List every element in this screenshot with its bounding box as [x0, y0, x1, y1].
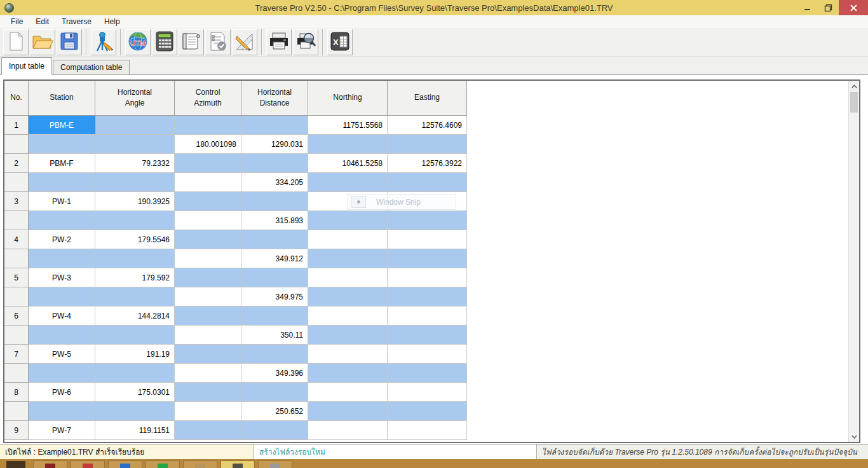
taskbar-app-6[interactable] — [220, 460, 255, 468]
cell-control-azimuth[interactable]: 180.001098 — [175, 135, 241, 154]
cell-horizontal-distance[interactable]: 349.975 — [241, 287, 308, 306]
cell-northing[interactable] — [308, 383, 388, 402]
cell-easting[interactable] — [388, 230, 467, 249]
menu-traverse[interactable]: Traverse — [55, 16, 98, 28]
leg-row: 350.11 — [4, 326, 859, 345]
cell-station[interactable]: PW-3 — [29, 268, 95, 287]
taskbar-app-7[interactable] — [258, 460, 292, 468]
new-file-button[interactable] — [3, 29, 29, 55]
cell-station[interactable]: PBM-F — [29, 154, 95, 173]
cell-horizontal-angle[interactable]: 191.19 — [95, 345, 175, 364]
print-button[interactable] — [266, 29, 292, 55]
taskbar-app-2[interactable] — [71, 460, 105, 468]
cell-northing[interactable]: 11751.5568 — [308, 116, 388, 135]
restore-button[interactable] — [818, 0, 839, 15]
minimize-button[interactable] — [797, 0, 818, 15]
cell-easting[interactable]: 12576.3922 — [388, 154, 467, 173]
cell-easting[interactable] — [388, 345, 467, 364]
theodolite-button[interactable] — [91, 29, 116, 55]
cell-station[interactable]: PW-7 — [29, 421, 95, 440]
cell-horizontal-distance[interactable]: 1290.031 — [241, 135, 308, 154]
cell-control-azimuth[interactable] — [175, 287, 241, 306]
start-button[interactable] — [6, 461, 25, 468]
cell-station — [29, 211, 95, 230]
checklist-button[interactable] — [205, 29, 231, 55]
cell-northing[interactable] — [308, 421, 388, 440]
cell-station[interactable]: PBM-E — [29, 116, 95, 135]
cell-station[interactable]: PW-2 — [29, 230, 95, 249]
header-control-azimuth: Control Azimuth — [175, 81, 241, 116]
taskbar-app-3[interactable] — [108, 460, 142, 468]
cell-easting[interactable]: 12576.4609 — [388, 116, 467, 135]
drafting-tools-button[interactable] — [232, 29, 257, 55]
cell-horizontal-distance[interactable]: 315.893 — [241, 211, 308, 230]
vertical-scrollbar[interactable] — [848, 81, 859, 442]
cell-horizontal-distance[interactable]: 350.11 — [241, 326, 308, 345]
cell-station[interactable]: PW-4 — [29, 306, 95, 326]
cell-easting[interactable] — [388, 421, 467, 440]
cell-control-azimuth[interactable] — [175, 364, 241, 383]
cell-horizontal-distance[interactable]: 349.396 — [241, 364, 308, 383]
calculator-button[interactable] — [152, 29, 177, 55]
cell-easting[interactable] — [388, 268, 467, 287]
cell-horizontal-distance — [241, 421, 308, 440]
save-file-button[interactable] — [57, 29, 82, 55]
cell-horizontal-angle[interactable]: 175.0301 — [95, 383, 175, 402]
taskbar-app-1[interactable] — [33, 460, 67, 468]
cell-station[interactable]: PW-6 — [29, 383, 95, 402]
scroll-down-icon[interactable] — [849, 431, 859, 442]
cell-northing[interactable] — [308, 268, 388, 287]
fieldbook-button[interactable] — [179, 29, 204, 55]
cell-station — [29, 326, 95, 345]
cell-horizontal-angle[interactable]: 144.2814 — [95, 306, 175, 326]
utm-globe-button[interactable]: UTM — [125, 29, 151, 55]
cell-control-azimuth[interactable] — [175, 211, 241, 230]
cell-control-azimuth[interactable] — [175, 173, 241, 192]
cell-horizontal-angle — [95, 135, 175, 154]
cell-station[interactable]: PW-5 — [29, 345, 95, 364]
cell-easting[interactable] — [388, 306, 467, 326]
print-preview-button[interactable] — [293, 29, 318, 55]
cell-northing[interactable] — [308, 345, 388, 364]
cell-control-azimuth[interactable] — [175, 249, 241, 268]
excel-export-button[interactable]: X — [327, 29, 353, 55]
cell-northing[interactable]: 10461.5258 — [308, 154, 388, 173]
menu-help[interactable]: Help — [98, 16, 126, 28]
cell-horizontal-angle[interactable]: 190.3925 — [95, 192, 175, 211]
cell-station — [29, 173, 95, 192]
cell-no: 2 — [4, 154, 29, 173]
cell-horizontal-angle[interactable]: 79.2332 — [95, 154, 175, 173]
taskbar-app-5[interactable] — [183, 460, 217, 468]
header-horizontal-distance: Horizontal Distance — [241, 81, 308, 116]
cell-station[interactable]: PW-1 — [29, 192, 95, 211]
tab-computation-table[interactable]: Computation table — [53, 60, 130, 74]
open-file-icon — [31, 32, 54, 53]
cell-northing[interactable] — [308, 306, 388, 326]
cell-horizontal-angle — [95, 287, 175, 306]
cell-northing[interactable] — [308, 230, 388, 249]
scroll-up-icon[interactable] — [849, 81, 859, 92]
cell-horizontal-distance[interactable]: 349.912 — [241, 249, 308, 268]
header-northing: Northing — [308, 81, 388, 116]
cell-northing — [308, 135, 388, 154]
cell-horizontal-distance[interactable]: 250.652 — [241, 402, 308, 421]
cell-horizontal-angle[interactable]: 179.592 — [95, 268, 175, 287]
cell-control-azimuth[interactable] — [175, 402, 241, 421]
menu-file[interactable]: File — [4, 16, 29, 28]
menu-edit[interactable]: Edit — [29, 16, 55, 28]
scrollbar-thumb[interactable] — [850, 92, 858, 113]
open-file-button[interactable] — [30, 29, 55, 55]
cell-horizontal-distance[interactable]: 334.205 — [241, 173, 308, 192]
tab-input-table[interactable]: Input table — [1, 57, 52, 75]
cell-easting[interactable] — [388, 383, 467, 402]
cell-control-azimuth — [175, 306, 241, 326]
cell-horizontal-angle[interactable]: 179.5546 — [95, 230, 175, 249]
cell-control-azimuth — [175, 230, 241, 249]
leg-row: 349.912 — [4, 249, 859, 268]
cell-horizontal-angle — [95, 173, 175, 192]
cell-horizontal-angle[interactable]: 119.1151 — [95, 421, 175, 440]
taskbar-app-4[interactable] — [146, 460, 180, 468]
cell-control-azimuth[interactable] — [175, 326, 241, 345]
close-button[interactable] — [839, 0, 868, 15]
cell-easting — [388, 249, 467, 268]
